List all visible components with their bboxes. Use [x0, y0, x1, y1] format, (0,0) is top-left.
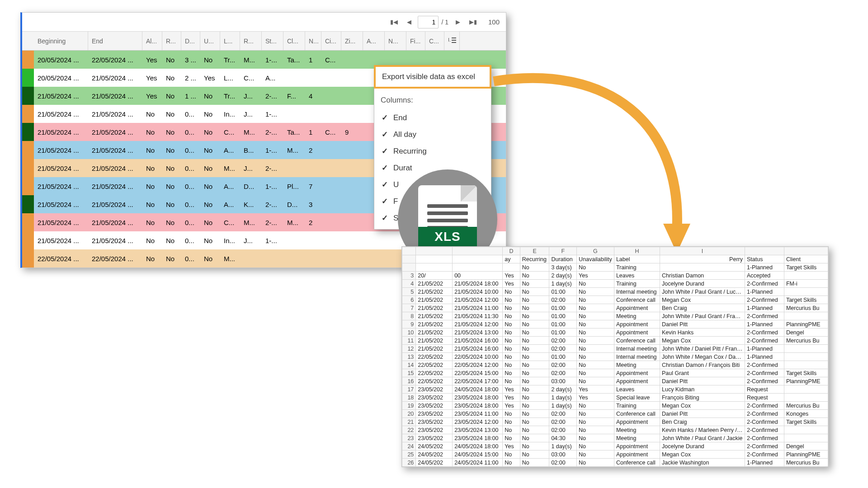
sheet-row[interactable]: 1322/05/20222/05/2024 10:00NoNo01:00NoIn…: [402, 353, 828, 361]
row-number[interactable]: 18: [402, 394, 416, 402]
col-ci[interactable]: Ci...: [321, 32, 341, 50]
col-letter[interactable]: I: [660, 247, 745, 255]
row-number[interactable]: 26: [402, 459, 416, 467]
row-number[interactable]: 25: [402, 450, 416, 459]
sheet-row[interactable]: 2524/05/20224/05/2024 15:00NoNo03:00NoAp…: [402, 450, 828, 459]
row-number[interactable]: 24: [402, 442, 416, 450]
col-duration[interactable]: D...: [181, 32, 200, 50]
sheet-row[interactable]: 2424/05/20224/05/2024 18:00YesNo1 day(s)…: [402, 442, 828, 450]
sheet-row[interactable]: 2123/05/20223/05/2024 12:00NoNo02:00NoAp…: [402, 418, 828, 426]
sheet-row[interactable]: 1021/05/20221/05/2024 13:00NoNo01:00NoAp…: [402, 328, 828, 337]
col-unavail[interactable]: U...: [200, 32, 220, 50]
row-number[interactable]: 23: [402, 434, 416, 442]
sheet-row[interactable]: 1923/05/20223/05/2024 18:00YesNo1 day(s)…: [402, 402, 828, 410]
col-n[interactable]: N...: [305, 32, 321, 50]
cell: Ta...: [283, 56, 305, 64]
sheet-row[interactable]: 621/05/20221/05/2024 12:00NoNo02:00NoCon…: [402, 296, 828, 304]
cell: 0...: [181, 183, 200, 190]
col-n2[interactable]: N...: [385, 32, 406, 50]
cell: No: [162, 255, 181, 263]
sheet-row[interactable]: 1823/05/20223/05/2024 18:00YesNo1 day(s)…: [402, 394, 828, 402]
cell: A...: [220, 183, 240, 190]
row-number[interactable]: 20: [402, 410, 416, 418]
cell: 23/05/2024 18:00: [453, 434, 503, 442]
sheet-row[interactable]: 2223/05/20223/05/2024 13:00NoNo02:00NoMe…: [402, 426, 828, 434]
export-excel-item[interactable]: Export visible data as excel: [374, 65, 491, 89]
row-number[interactable]: [402, 263, 416, 272]
col-client[interactable]: Cl...: [283, 32, 305, 50]
column-toggle-item[interactable]: ✓End: [374, 109, 491, 126]
cell: 1-...: [262, 237, 283, 244]
column-toggle-item[interactable]: ✓All day: [374, 126, 491, 143]
cell: 21/05/202: [416, 304, 453, 312]
col-beginning[interactable]: Beginning: [34, 32, 88, 50]
sheet-row[interactable]: 1221/05/20221/05/2024 16:00NoNo02:00NoIn…: [402, 345, 828, 353]
sheet-row[interactable]: 1121/05/20221/05/2024 16:00NoNo02:00NoCo…: [402, 337, 828, 345]
row-number[interactable]: [402, 255, 416, 263]
col-allday[interactable]: Al...: [142, 32, 162, 50]
sheet-row[interactable]: 521/05/20221/05/2024 10:00NoNo01:00NoInt…: [402, 288, 828, 296]
sheet-row[interactable]: 2023/05/20223/05/2024 11:00NoNo02:00NoCo…: [402, 410, 828, 418]
row-number[interactable]: 11: [402, 337, 416, 345]
sheet-row[interactable]: 921/05/20221/05/2024 12:00NoNo01:00NoApp…: [402, 320, 828, 328]
column-menu-button[interactable]: I.: [444, 32, 460, 50]
cell: 2-Confirmed: [745, 442, 784, 450]
col-a[interactable]: A...: [363, 32, 385, 50]
row-number[interactable]: 16: [402, 377, 416, 385]
sheet-row[interactable]: 421/05/20221/05/2024 18:00YesNo1 day(s)N…: [402, 280, 828, 288]
cell: Jocelyne Durand: [660, 280, 745, 288]
sheet-row[interactable]: 1422/05/20222/05/2024 12:00NoNo02:00NoMe…: [402, 361, 828, 369]
col-letter[interactable]: E: [520, 247, 549, 255]
row-number[interactable]: 6: [402, 296, 416, 304]
sheet-row[interactable]: No3 day(s)NoTraining1-PlannedTarget Skil…: [402, 263, 828, 272]
col-letter[interactable]: G: [577, 247, 614, 255]
row-number[interactable]: 17: [402, 385, 416, 394]
col-letter[interactable]: D: [503, 247, 520, 255]
row-number[interactable]: 8: [402, 312, 416, 320]
sheet-row[interactable]: 2323/05/20223/05/2024 18:00NoNo04:30NoMe…: [402, 434, 828, 442]
col-fi[interactable]: Fi...: [406, 32, 425, 50]
col-zi[interactable]: Zi...: [341, 32, 363, 50]
cell: 1-Planned: [745, 288, 784, 296]
sheet-row[interactable]: 1622/05/20222/05/2024 17:00NoNo03:00NoAp…: [402, 377, 828, 385]
cell: No: [162, 201, 181, 208]
cell: No: [162, 56, 181, 64]
col-status[interactable]: St...: [262, 32, 283, 50]
next-page-icon[interactable]: ▶: [451, 15, 465, 29]
col-resource[interactable]: R...: [240, 32, 262, 50]
row-number[interactable]: 13: [402, 353, 416, 361]
row-number[interactable]: 14: [402, 361, 416, 369]
sheet-row[interactable]: 2624/05/20224/05/2024 11:00NoNo02:00NoCo…: [402, 459, 828, 467]
last-page-icon[interactable]: ▶▮: [467, 15, 480, 29]
first-page-icon[interactable]: ▮◀: [387, 15, 401, 29]
row-number[interactable]: 4: [402, 280, 416, 288]
prev-page-icon[interactable]: ◀: [402, 15, 416, 29]
column-toggle-item[interactable]: ✓Recurring: [374, 143, 491, 160]
row-number[interactable]: 22: [402, 426, 416, 434]
page-size[interactable]: 100: [488, 18, 500, 26]
sheet-row[interactable]: 721/05/20221/05/2024 11:00NoNo01:00NoApp…: [402, 304, 828, 312]
col-c[interactable]: C...: [425, 32, 444, 50]
sheet-row[interactable]: 1723/05/20224/05/2024 18:00YesNo2 day(s)…: [402, 385, 828, 394]
sheet-row[interactable]: 320/00YesNo2 day(s)YesLeavesChristian Da…: [402, 272, 828, 280]
row-number[interactable]: 7: [402, 304, 416, 312]
sheet-row[interactable]: 821/05/20221/05/2024 11:30NoNo01:00NoMee…: [402, 312, 828, 320]
row-number[interactable]: 10: [402, 328, 416, 337]
page-input[interactable]: [418, 16, 439, 28]
pager: ▮◀ ◀ / 1 ▶ ▶▮ 100: [22, 13, 506, 32]
row-number[interactable]: 19: [402, 402, 416, 410]
cell: 23/05/2024 11:00: [453, 410, 503, 418]
sheet-row[interactable]: 1522/05/20222/05/2024 15:00NoNo02:00NoAp…: [402, 369, 828, 377]
row-number[interactable]: 5: [402, 288, 416, 296]
col-recurring[interactable]: R...: [162, 32, 181, 50]
col-label[interactable]: L...: [220, 32, 240, 50]
row-number[interactable]: 21: [402, 418, 416, 426]
row-number[interactable]: 9: [402, 320, 416, 328]
row-number[interactable]: 15: [402, 369, 416, 377]
col-end[interactable]: End: [88, 32, 142, 50]
row-number[interactable]: 12: [402, 345, 416, 353]
col-letter[interactable]: H: [614, 247, 660, 255]
row-number[interactable]: 3: [402, 272, 416, 280]
col-letter[interactable]: F: [549, 247, 577, 255]
cell: 23/05/2024 18:00: [453, 394, 503, 402]
